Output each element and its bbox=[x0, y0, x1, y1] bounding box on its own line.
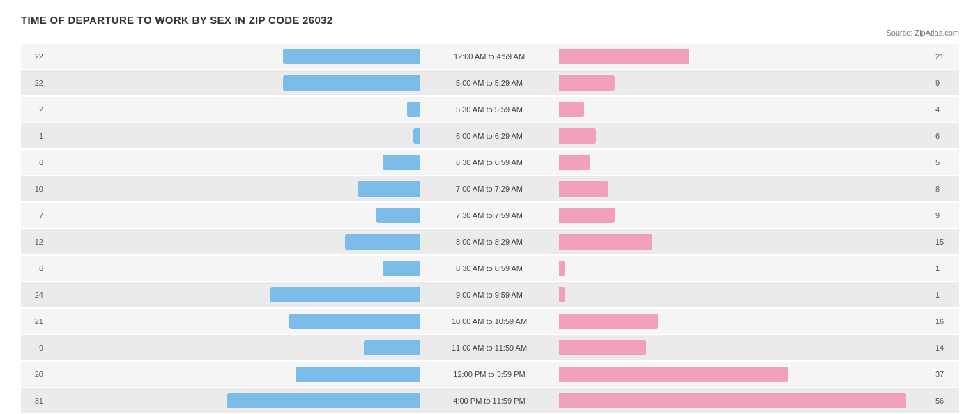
chart-row: 22 12:00 AM to 4:59 AM 21 bbox=[21, 44, 959, 69]
time-label: 12:00 PM to 3:59 PM bbox=[420, 370, 559, 378]
chart-row: 21 10:00 AM to 10:59 AM 16 bbox=[21, 309, 959, 334]
male-bar bbox=[383, 261, 420, 276]
left-value: 22 bbox=[21, 79, 47, 87]
left-value: 20 bbox=[21, 370, 47, 378]
chart-row: 20 12:00 PM to 3:59 PM 37 bbox=[21, 362, 959, 387]
female-bar-container bbox=[559, 233, 931, 251]
male-bar-container bbox=[47, 233, 420, 251]
chart-row: 24 9:00 AM to 9:59 AM 1 bbox=[21, 282, 959, 307]
right-value: 37 bbox=[931, 370, 959, 378]
chart-row: 10 7:00 AM to 7:29 AM 8 bbox=[21, 176, 959, 201]
left-value: 12 bbox=[21, 238, 47, 246]
male-bar-container bbox=[47, 259, 420, 277]
female-bar-container bbox=[559, 74, 931, 92]
female-bar bbox=[559, 234, 652, 250]
male-bar-container bbox=[47, 392, 420, 410]
time-label: 6:00 AM to 6:29 AM bbox=[420, 132, 559, 140]
chart-title: TIME OF DEPARTURE TO WORK BY SEX IN ZIP … bbox=[21, 14, 959, 26]
male-bar bbox=[283, 75, 420, 91]
male-bar bbox=[345, 234, 420, 250]
right-value: 6 bbox=[931, 132, 959, 140]
female-bar bbox=[559, 102, 584, 117]
male-bar bbox=[358, 181, 420, 197]
right-value: 56 bbox=[931, 397, 959, 405]
male-bar-container bbox=[47, 100, 420, 118]
right-value: 16 bbox=[931, 317, 959, 325]
chart-row: 6 6:30 AM to 6:59 AM 5 bbox=[21, 150, 959, 175]
left-value: 10 bbox=[21, 185, 47, 193]
female-bar-container bbox=[559, 259, 931, 277]
male-bar bbox=[407, 102, 420, 117]
right-value: 15 bbox=[931, 238, 959, 246]
male-bar-container bbox=[47, 127, 420, 145]
male-bar-container bbox=[47, 153, 420, 171]
male-bar bbox=[376, 208, 420, 223]
time-label: 7:00 AM to 7:29 AM bbox=[420, 185, 559, 193]
right-value: 1 bbox=[931, 264, 959, 273]
left-value: 6 bbox=[21, 264, 47, 273]
chart-row: 22 5:00 AM to 5:29 AM 9 bbox=[21, 70, 959, 95]
chart-row: 1 6:00 AM to 6:29 AM 6 bbox=[21, 123, 959, 148]
left-value: 24 bbox=[21, 291, 47, 299]
chart-row: 12 8:00 AM to 8:29 AM 15 bbox=[21, 229, 959, 254]
male-bar bbox=[364, 340, 420, 355]
chart-row: 6 8:30 AM to 8:59 AM 1 bbox=[21, 256, 959, 281]
female-bar bbox=[559, 75, 615, 91]
male-bar-container bbox=[47, 365, 420, 383]
female-bar bbox=[559, 208, 615, 223]
male-bar-container bbox=[47, 286, 420, 304]
source-label: Source: ZipAtlas.com bbox=[21, 29, 959, 37]
time-label: 8:00 AM to 8:29 AM bbox=[420, 238, 559, 246]
right-value: 9 bbox=[931, 79, 959, 87]
right-value: 4 bbox=[931, 105, 959, 114]
right-value: 14 bbox=[931, 344, 959, 352]
time-label: 10:00 AM to 10:59 AM bbox=[420, 317, 559, 325]
left-value: 1 bbox=[21, 132, 47, 140]
female-bar bbox=[559, 181, 608, 197]
time-label: 7:30 AM to 7:59 AM bbox=[420, 211, 559, 220]
time-label: 6:30 AM to 6:59 AM bbox=[420, 158, 559, 167]
male-bar bbox=[227, 393, 420, 408]
female-bar-container bbox=[559, 365, 931, 383]
chart-row: 31 4:00 PM to 11:59 PM 56 bbox=[21, 388, 959, 413]
female-bar-container bbox=[559, 153, 931, 171]
male-bar-container bbox=[47, 47, 420, 66]
left-value: 22 bbox=[21, 52, 47, 61]
male-bar-container bbox=[47, 180, 420, 198]
right-value: 9 bbox=[931, 211, 959, 220]
female-bar bbox=[559, 367, 788, 382]
female-bar bbox=[559, 128, 596, 144]
male-bar-container bbox=[47, 339, 420, 357]
chart-row: 9 11:00 AM to 11:59 AM 14 bbox=[21, 335, 959, 360]
male-bar bbox=[383, 155, 420, 170]
female-bar bbox=[559, 49, 689, 64]
female-bar-container bbox=[559, 180, 931, 198]
time-label: 8:30 AM to 8:59 AM bbox=[420, 264, 559, 273]
time-label: 9:00 AM to 9:59 AM bbox=[420, 291, 559, 299]
male-bar-container bbox=[47, 206, 420, 224]
time-label: 5:30 AM to 5:59 AM bbox=[420, 105, 559, 114]
male-bar-container bbox=[47, 74, 420, 92]
right-value: 1 bbox=[931, 291, 959, 299]
male-bar-container bbox=[47, 312, 420, 330]
female-bar bbox=[559, 287, 565, 302]
male-bar bbox=[283, 49, 420, 64]
left-value: 7 bbox=[21, 211, 47, 220]
female-bar-container bbox=[559, 127, 931, 145]
male-bar bbox=[270, 287, 420, 302]
female-bar-container bbox=[559, 312, 931, 330]
female-bar-container bbox=[559, 206, 931, 224]
female-bar bbox=[559, 261, 565, 276]
chart-row: 2 5:30 AM to 5:59 AM 4 bbox=[21, 97, 959, 122]
female-bar bbox=[559, 340, 646, 355]
male-bar bbox=[296, 367, 420, 382]
time-label: 5:00 AM to 5:29 AM bbox=[420, 79, 559, 87]
right-value: 5 bbox=[931, 158, 959, 167]
chart-area: 22 12:00 AM to 4:59 AM 21 22 5:00 AM to … bbox=[21, 44, 959, 414]
female-bar-container bbox=[559, 47, 931, 66]
female-bar-container bbox=[559, 339, 931, 357]
male-bar bbox=[413, 128, 420, 144]
female-bar bbox=[559, 393, 906, 408]
left-value: 2 bbox=[21, 105, 47, 114]
left-value: 21 bbox=[21, 317, 47, 325]
